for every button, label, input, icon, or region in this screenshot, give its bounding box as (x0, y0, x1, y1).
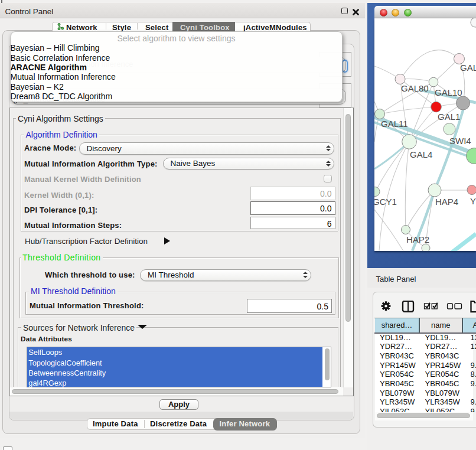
svg-text:Y: Y (470, 196, 476, 206)
svg-text:HAP2: HAP2 (406, 234, 429, 244)
svg-text:GAL1: GAL1 (438, 112, 460, 122)
svg-text:GAL: GAL (460, 63, 476, 73)
svg-text:HAP4: HAP4 (435, 197, 458, 207)
svg-text:SWI4: SWI4 (449, 136, 471, 146)
svg-text:GAL10: GAL10 (435, 87, 462, 97)
svg-text:GCY1: GCY1 (374, 197, 397, 207)
svg-text:GAL80: GAL80 (401, 83, 429, 93)
svg-text:GAL11: GAL11 (381, 119, 408, 129)
svg-text:GAL4: GAL4 (410, 149, 432, 159)
